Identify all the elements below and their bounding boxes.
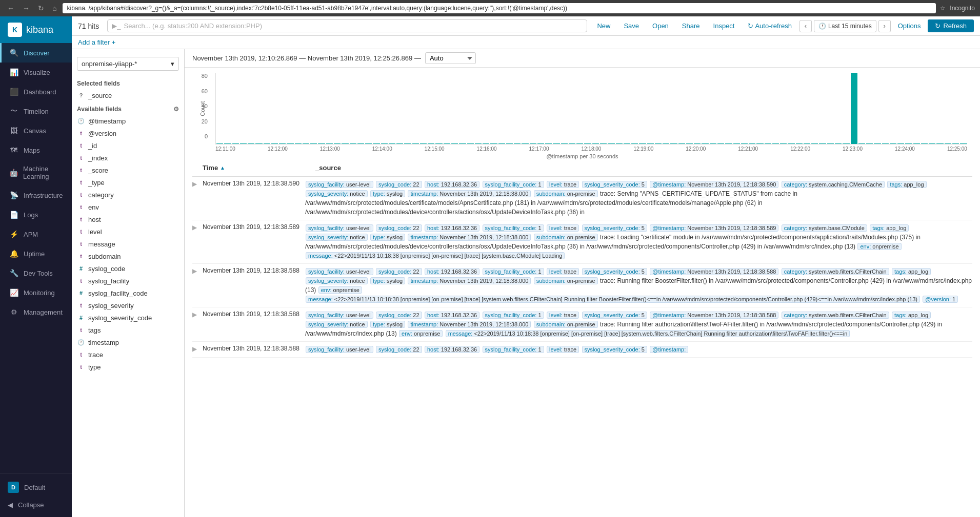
home-button[interactable]: ⌂ bbox=[50, 3, 58, 13]
time-range-selector[interactable]: 🕐 Last 15 minutes bbox=[814, 20, 876, 32]
chart-bar[interactable] bbox=[428, 143, 434, 144]
chart-bar[interactable] bbox=[811, 143, 818, 144]
chart-bar[interactable] bbox=[373, 143, 379, 144]
row-expand-button[interactable]: ▶ bbox=[192, 345, 203, 353]
chart-bar[interactable] bbox=[624, 143, 630, 144]
chart-bar[interactable] bbox=[420, 143, 427, 144]
row-expand-button[interactable]: ▶ bbox=[192, 267, 203, 275]
field-syslog-facility[interactable]: t syslog_facility bbox=[72, 275, 184, 287]
chart-bar[interactable] bbox=[365, 143, 372, 144]
chart-bar[interactable] bbox=[663, 143, 669, 144]
chart-bar[interactable] bbox=[921, 143, 928, 144]
time-nav-forward[interactable]: › bbox=[878, 20, 891, 32]
chart-bar[interactable] bbox=[788, 143, 794, 144]
chart-bar[interactable] bbox=[694, 143, 701, 144]
field-score[interactable]: t _score bbox=[72, 164, 184, 176]
sidebar-item-dashboard[interactable]: ⬛ Dashboard bbox=[0, 82, 72, 101]
chart-bar[interactable] bbox=[451, 143, 458, 144]
selected-field-source[interactable]: ? _source bbox=[72, 89, 184, 101]
field-type-field[interactable]: t _type bbox=[72, 176, 184, 189]
chart-bar[interactable] bbox=[804, 143, 810, 144]
chart-bar[interactable] bbox=[216, 143, 223, 144]
chart-bar[interactable] bbox=[765, 143, 771, 144]
chart-bar[interactable] bbox=[741, 143, 748, 144]
field-subdomain[interactable]: t subdomain bbox=[72, 250, 184, 262]
sidebar-item-discover[interactable]: 🔍 Discover bbox=[0, 43, 72, 63]
time-nav-back[interactable]: ‹ bbox=[799, 20, 812, 32]
row-expand-button[interactable]: ▶ bbox=[192, 180, 203, 188]
chart-bar[interactable] bbox=[670, 143, 677, 144]
chart-bar[interactable] bbox=[303, 143, 309, 144]
auto-refresh-button[interactable]: ↻ Auto-refresh bbox=[742, 19, 797, 32]
chart-bar[interactable] bbox=[756, 143, 763, 144]
field-syslog-severity[interactable]: t syslog_severity bbox=[72, 299, 184, 312]
field-syslog-code[interactable]: # syslog_code bbox=[72, 262, 184, 275]
options-button[interactable]: Options bbox=[893, 19, 926, 32]
chart-bar[interactable] bbox=[702, 143, 708, 144]
chart-bar[interactable] bbox=[608, 143, 614, 144]
chart-bar[interactable] bbox=[389, 143, 395, 144]
row-expand-button[interactable]: ▶ bbox=[192, 223, 203, 231]
chart-bar[interactable] bbox=[631, 143, 638, 144]
chart-bar[interactable] bbox=[350, 143, 356, 144]
chart-bar[interactable] bbox=[412, 143, 419, 144]
chart-bar[interactable] bbox=[381, 143, 388, 144]
chart-bar[interactable] bbox=[467, 143, 474, 144]
chart-bar[interactable] bbox=[444, 143, 450, 144]
sidebar-item-monitoring[interactable]: 📈 Monitoring bbox=[0, 283, 72, 302]
chart-bar[interactable] bbox=[396, 143, 403, 144]
new-button[interactable]: New bbox=[591, 19, 616, 32]
field-timestamp-field[interactable]: 🕐 timestamp bbox=[72, 336, 184, 348]
share-button[interactable]: Share bbox=[676, 19, 706, 32]
field-level[interactable]: t level bbox=[72, 225, 184, 238]
time-column-header[interactable]: Time ▲ bbox=[203, 164, 315, 172]
field-version[interactable]: t @version bbox=[72, 127, 184, 139]
chart-bar[interactable] bbox=[553, 143, 559, 144]
field-tags[interactable]: t tags bbox=[72, 324, 184, 336]
chart-bar[interactable] bbox=[710, 143, 716, 144]
sidebar-item-uptime[interactable]: 🔔 Uptime bbox=[0, 244, 72, 263]
chart-bar[interactable] bbox=[936, 143, 943, 144]
row-expand-button[interactable]: ▶ bbox=[192, 311, 203, 318]
chart-bar[interactable] bbox=[475, 143, 482, 144]
chart-bar[interactable] bbox=[882, 143, 889, 144]
default-space[interactable]: D Default bbox=[0, 478, 72, 497]
gear-icon[interactable]: ⚙ bbox=[173, 106, 179, 113]
chart-bar[interactable] bbox=[858, 143, 865, 144]
refresh-button-main[interactable]: ↻ Refresh bbox=[928, 19, 974, 32]
chart-bar[interactable] bbox=[592, 143, 599, 144]
chart-bar[interactable] bbox=[905, 143, 912, 144]
sidebar-item-timelion[interactable]: 〜 Timelion bbox=[0, 101, 72, 121]
chart-bar[interactable] bbox=[851, 73, 857, 144]
chart-bar[interactable] bbox=[240, 143, 247, 144]
chart-bar[interactable] bbox=[639, 143, 646, 144]
chart-bar[interactable] bbox=[255, 143, 262, 144]
chart-bar[interactable] bbox=[537, 143, 544, 144]
field-env[interactable]: t env bbox=[72, 201, 184, 213]
chart-bar[interactable] bbox=[569, 143, 575, 144]
field-category[interactable]: t category bbox=[72, 189, 184, 201]
chart-bar[interactable] bbox=[725, 143, 732, 144]
add-filter-button[interactable]: Add a filter + bbox=[78, 38, 115, 46]
chart-bar[interactable] bbox=[866, 143, 873, 144]
field-type[interactable]: t type bbox=[72, 361, 184, 373]
chart-bar[interactable] bbox=[483, 143, 489, 144]
chart-bar[interactable] bbox=[772, 143, 779, 144]
chart-bar[interactable] bbox=[357, 143, 364, 144]
chart-bar[interactable] bbox=[819, 143, 826, 144]
field-syslog-severity-code[interactable]: # syslog_severity_code bbox=[72, 312, 184, 324]
chart-bar[interactable] bbox=[279, 143, 286, 144]
sidebar-item-management[interactable]: ⚙ Management bbox=[0, 302, 72, 322]
chart-bar[interactable] bbox=[264, 143, 270, 144]
chart-bar[interactable] bbox=[576, 143, 583, 144]
chart-bar[interactable] bbox=[459, 143, 466, 144]
field-index[interactable]: t _index bbox=[72, 152, 184, 164]
chart-bar[interactable] bbox=[490, 143, 497, 144]
chart-bar[interactable] bbox=[655, 143, 662, 144]
back-button[interactable]: ← bbox=[5, 3, 16, 13]
chart-bar[interactable] bbox=[843, 143, 849, 144]
sidebar-item-logs[interactable]: 📄 Logs bbox=[0, 205, 72, 224]
chart-bar[interactable] bbox=[678, 143, 685, 144]
inspect-button[interactable]: Inspect bbox=[708, 19, 741, 32]
chart-bar[interactable] bbox=[952, 143, 959, 144]
